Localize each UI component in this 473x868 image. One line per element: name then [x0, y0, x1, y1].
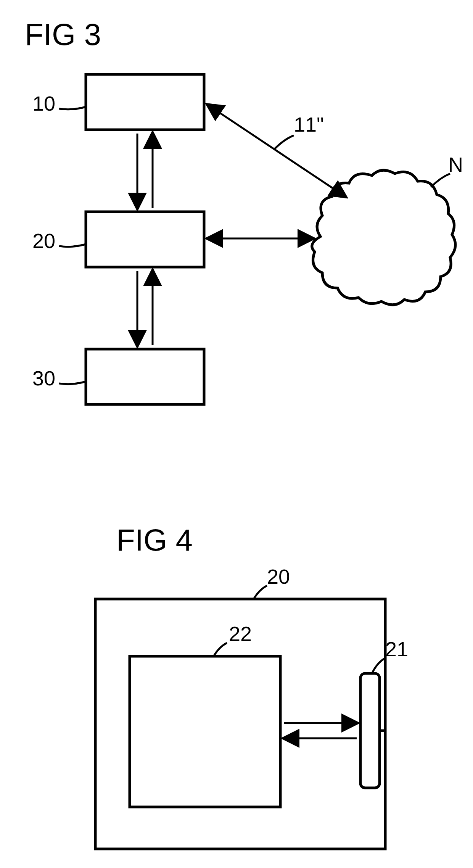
leader-10	[59, 107, 86, 110]
fig4-title: FIG 4	[116, 523, 193, 558]
leader-11	[275, 135, 294, 149]
arrow-11	[208, 105, 345, 196]
label-11: 11"	[294, 113, 324, 136]
leader-n	[431, 174, 450, 187]
box-20	[86, 212, 204, 267]
label-n: N	[448, 153, 463, 176]
label-outer-20: 20	[267, 565, 290, 588]
label-30: 30	[32, 366, 55, 390]
cloud-n	[312, 170, 455, 305]
leader-outer-20	[254, 586, 267, 599]
inner-box-22	[130, 656, 280, 807]
label-10: 10	[32, 92, 55, 115]
fig3-diagram	[0, 0, 473, 458]
box-10	[86, 74, 204, 130]
leader-20	[59, 244, 86, 247]
leader-21	[372, 658, 385, 673]
fig4-diagram	[0, 563, 473, 868]
leader-30	[59, 382, 86, 384]
right-box-21	[360, 673, 380, 788]
leader-22	[214, 643, 227, 656]
label-22: 22	[229, 622, 252, 646]
label-21: 21	[385, 637, 408, 661]
label-20: 20	[32, 229, 55, 253]
box-30	[86, 349, 204, 404]
